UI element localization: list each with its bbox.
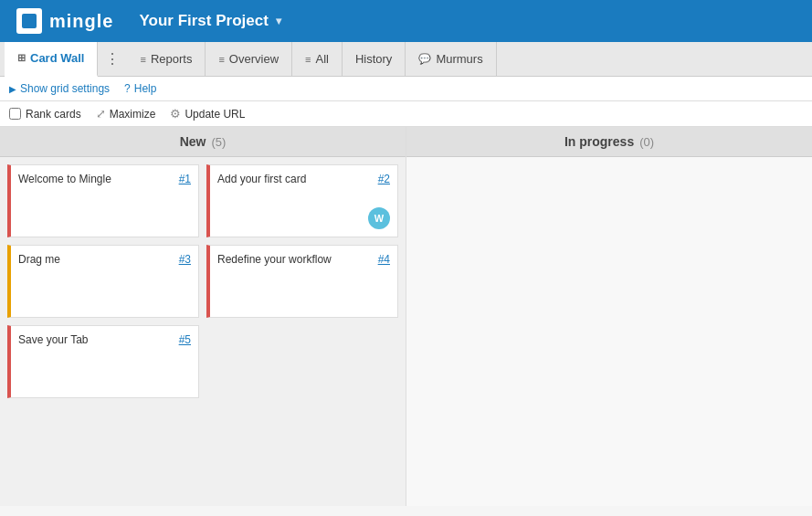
column-new-count: (5) (211, 135, 226, 149)
tab-overview-label: Overview (229, 52, 279, 66)
card-4-number[interactable]: #4 (378, 253, 390, 266)
murmurs-icon: 💬 (418, 53, 431, 65)
update-url-button[interactable]: ⚙ Update URL (170, 107, 245, 121)
card-3-title: Drag me (18, 253, 60, 266)
column-new-label: New (180, 134, 206, 149)
reports-icon: ≡ (140, 54, 145, 65)
card-2-avatar: W (368, 207, 390, 229)
column-inprogress-body (406, 157, 812, 506)
column-inprogress: In progress (0) (406, 127, 812, 506)
column-new: New (5) Welcome to Mingle #1 Add your fi… (0, 127, 406, 506)
card-1-number[interactable]: #1 (179, 173, 191, 185)
card-3-number[interactable]: #3 (179, 253, 191, 266)
project-title-area[interactable]: Your First Project ▾ (139, 12, 280, 30)
arrow-icon: ▶ (9, 84, 16, 94)
link-icon: ⚙ (170, 107, 181, 121)
tab-cardwall-label: Card Wall (30, 51, 84, 65)
show-grid-settings-link[interactable]: ▶ Show grid settings (9, 82, 110, 95)
tab-reports[interactable]: ≡ Reports (127, 42, 206, 77)
column-new-body: Welcome to Mingle #1 Add your first card… (0, 157, 406, 506)
card-5[interactable]: Save your Tab #5 (7, 325, 199, 398)
card-4-title: Redefine your workflow (217, 253, 332, 266)
rank-cards-checkbox[interactable] (9, 108, 21, 120)
tab-overview[interactable]: ≡ Overview (206, 42, 292, 77)
options-row: Rank cards ⤢ Maximize ⚙ Update URL (0, 101, 812, 127)
logo-text: mingle (49, 11, 113, 32)
project-dropdown-icon[interactable]: ▾ (276, 15, 281, 27)
rank-cards-text: Rank cards (26, 108, 81, 121)
tab-options-button[interactable]: ⋮ (98, 42, 127, 77)
cards-row-2: Drag me #3 Redefine your workflow #4 (7, 245, 398, 318)
card-1-title: Welcome to Mingle (18, 173, 111, 185)
tab-cardwall[interactable]: ⊞ Card Wall (5, 42, 98, 77)
overview-icon: ≡ (218, 54, 224, 65)
update-url-label: Update URL (185, 108, 245, 121)
cards-row-3: Save your Tab #5 (7, 325, 398, 398)
column-inprogress-count: (0) (639, 135, 654, 149)
logo-box (16, 8, 42, 34)
card-2[interactable]: Add your first card #2 W (206, 164, 398, 237)
tab-murmurs-label: Murmurs (436, 52, 482, 66)
cardwall-icon: ⊞ (17, 52, 26, 64)
navtabs: ⊞ Card Wall ⋮ ≡ Reports ≡ Overview ≡ All… (0, 42, 812, 77)
card-1[interactable]: Welcome to Mingle #1 (7, 164, 199, 237)
card-5-number[interactable]: #5 (179, 333, 191, 346)
card-3[interactable]: Drag me #3 (7, 245, 199, 318)
card-2-number[interactable]: #2 (378, 173, 390, 185)
board: New (5) Welcome to Mingle #1 Add your fi… (0, 127, 812, 506)
logo-area: mingle (9, 8, 121, 34)
tab-all-label: All (315, 52, 328, 66)
toolbar: ▶ Show grid settings ? Help (0, 77, 812, 101)
maximize-icon: ⤢ (96, 107, 106, 121)
topbar: mingle Your First Project ▾ (0, 0, 812, 42)
column-inprogress-header: In progress (0) (406, 127, 812, 157)
tab-history-label: History (355, 52, 392, 66)
logo-inner (22, 14, 37, 28)
column-new-header: New (5) (0, 127, 406, 157)
help-icon: ? (124, 82, 131, 95)
card-4[interactable]: Redefine your workflow #4 (206, 245, 398, 318)
column-inprogress-label: In progress (564, 134, 634, 149)
tab-history[interactable]: History (343, 42, 406, 77)
tab-reports-label: Reports (151, 52, 193, 66)
project-title: Your First Project (139, 12, 268, 30)
help-link[interactable]: ? Help (124, 82, 156, 95)
card-2-title: Add your first card (217, 173, 306, 185)
grid-settings-label: Show grid settings (20, 82, 110, 95)
tab-murmurs[interactable]: 💬 Murmurs (406, 42, 496, 77)
help-label: Help (134, 82, 157, 95)
cards-row-1: Welcome to Mingle #1 Add your first card… (7, 164, 398, 237)
card-5-title: Save your Tab (18, 333, 89, 346)
maximize-label: Maximize (110, 108, 156, 121)
tab-all[interactable]: ≡ All (292, 42, 343, 77)
rank-cards-label[interactable]: Rank cards (9, 108, 81, 121)
all-icon: ≡ (305, 54, 311, 65)
maximize-button[interactable]: ⤢ Maximize (96, 107, 156, 121)
